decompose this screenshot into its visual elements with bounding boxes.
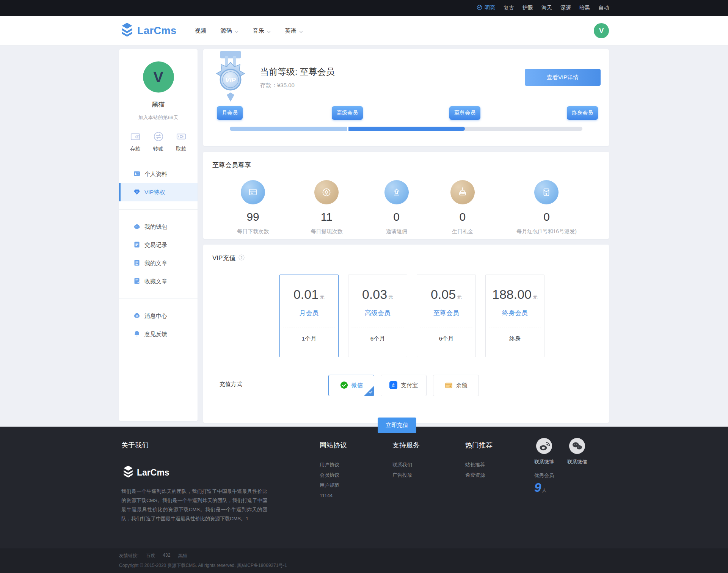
vip-benefits-card: 至尊会员尊享 99 每日下载次数 11 每日提现次数 (203, 152, 609, 239)
site-header: LarCms 视频 源码 音乐 英语 V (0, 16, 728, 46)
chevron-down-icon (299, 28, 303, 34)
nav-item-source[interactable]: 源码 (221, 27, 238, 35)
balance-wallet-icon (445, 381, 453, 390)
svg-text:支: 支 (391, 383, 396, 388)
pay-method-alipay[interactable]: 支 支付宝 (381, 375, 427, 396)
plan-lifetime[interactable]: 188.00元 终身会员 终身 (485, 275, 544, 357)
excellent-member-count: 9 (534, 480, 541, 495)
withdraw-button[interactable]: 取款 (176, 131, 187, 152)
svg-text:VIP: VIP (225, 77, 236, 84)
plan-list: 0.01元 月会员 1个月 0.03元 高级会员 6个月 0.05元 至尊会员 (279, 275, 609, 357)
chevron-down-icon (235, 28, 238, 34)
sidebar-item-feedback[interactable]: 意见反馈 (119, 325, 198, 343)
theme-label: 明亮 (485, 5, 495, 11)
footer-link-webmaster-picks[interactable]: 站长推荐 (465, 460, 493, 470)
nav-item-music[interactable]: 音乐 (253, 27, 271, 35)
username: 黑猫 (119, 100, 198, 109)
nav-item-video[interactable]: 视频 (195, 27, 206, 35)
bookmark-doc-icon (133, 278, 140, 286)
invite-upload-icon (384, 180, 409, 204)
excellent-member-label: 优秀会员 (534, 472, 587, 479)
theme-option-bright[interactable]: 明亮 (477, 5, 495, 11)
sidebar-item-transactions[interactable]: 交易记录 (119, 236, 198, 254)
recharge-title: VIP充值 (212, 254, 235, 262)
red-envelope-icon (534, 180, 559, 204)
footer-weibo-contact[interactable]: 联系微博 (534, 438, 554, 465)
footer-bottom-bar: 友情链接: 百度 432 黑猫 Copyright © 2015-2020 资源… (0, 548, 728, 573)
copyright-text: Copyright © 2015-2020 资源下载CMS. All right… (119, 562, 609, 569)
stat-birthday-gift: 0 生日礼金 (450, 180, 475, 235)
birthday-cake-icon (450, 180, 475, 204)
withdraw-diamond-icon (314, 180, 339, 204)
brand-logo[interactable]: LarCms (119, 22, 177, 39)
wallet-icon (130, 131, 141, 142)
vip-medal-icon: VIP (212, 51, 249, 105)
theme-option-sea[interactable]: 海天 (541, 5, 552, 11)
footer-link-free-resources[interactable]: 免费资源 (465, 470, 493, 480)
plan-month[interactable]: 0.01元 月会员 1个月 (279, 275, 339, 357)
pay-method-label: 充值方式 (220, 375, 242, 388)
footer-link-contact-us[interactable]: 联系我们 (392, 460, 420, 470)
sidebar-item-vip[interactable]: VIP特权 (119, 183, 198, 201)
sidebar-item-messages[interactable]: 消息中心 (119, 307, 198, 325)
level-chip-premium: 高级会员 (332, 106, 363, 120)
pay-method-balance[interactable]: 余额 (433, 375, 479, 396)
nav-item-english[interactable]: 英语 (285, 27, 303, 35)
deposit-button[interactable]: 存款 (130, 131, 141, 152)
divider (119, 209, 198, 210)
wechat-pay-icon (340, 381, 348, 390)
check-circle-icon (477, 5, 482, 11)
bell-icon (133, 330, 140, 338)
footer-brand-logo[interactable]: LarCms (121, 465, 267, 480)
sidebar-item-articles[interactable]: 我的文章 (119, 254, 198, 272)
level-progress-bar (230, 127, 582, 131)
level-chips: 月会员 高级会员 至尊会员 终身会员 (230, 106, 582, 121)
transfer-button[interactable]: 转账 (153, 131, 164, 152)
joined-days: 加入本站的第69天 (119, 114, 198, 121)
divider (119, 161, 198, 161)
friend-link-heimao[interactable]: 黑猫 (178, 553, 187, 559)
friend-link-baidu[interactable]: 百度 (146, 553, 155, 559)
theme-option-retro[interactable]: 复古 (504, 5, 514, 11)
user-sidebar: V 黑猫 加入本站的第69天 存款 转账 (119, 49, 198, 421)
stat-daily-downloads: 99 每日下载次数 (237, 180, 269, 235)
footer-link-advertise[interactable]: 广告投放 (392, 470, 420, 480)
footer-link-user-rules[interactable]: 用户规范 (320, 480, 347, 490)
level-chip-month: 月会员 (217, 106, 243, 120)
stat-invite-commission: 0 邀请返佣 (384, 180, 409, 235)
footer-wechat-contact[interactable]: 联系微信 (567, 438, 587, 465)
download-card-icon (241, 180, 265, 204)
sidebar-item-profile[interactable]: 个人资料 (119, 165, 198, 183)
footer-link-member-agreement[interactable]: 会员协议 (320, 470, 347, 480)
view-vip-detail-button[interactable]: 查看VIP详情 (525, 69, 601, 86)
help-icon[interactable]: ? (238, 254, 245, 262)
friend-link-432[interactable]: 432 (163, 553, 170, 559)
id-card-icon (133, 170, 140, 178)
theme-option-dark[interactable]: 暗黑 (579, 5, 590, 11)
theme-option-eyecare[interactable]: 护眼 (522, 5, 533, 11)
plan-supreme[interactable]: 0.05元 至尊会员 6个月 (417, 275, 476, 357)
ledger-icon (133, 241, 140, 249)
theme-option-auto[interactable]: 自动 (598, 5, 609, 11)
footer-about-text: 我们是一个牛逼到炸天的团队，我们打造了中国最牛逼最具性价比的资源下载CMS。我们… (121, 487, 267, 523)
vip-status-card: VIP 当前等级: 至尊会员 存款：¥35.00 查看VIP详情 月会员 高级会… (203, 49, 609, 146)
sidebar-avatar[interactable]: V (143, 61, 174, 93)
friend-links-label: 友情链接: (119, 553, 138, 559)
stat-daily-withdrawals: 11 每日提现次数 (311, 180, 342, 235)
pay-method-wechat[interactable]: 微信 (328, 375, 374, 396)
footer-link-user-agreement[interactable]: 用户协议 (320, 460, 347, 470)
theme-option-deep[interactable]: 深邃 (560, 5, 571, 11)
alipay-icon: 支 (389, 381, 397, 390)
pay-method-list: 微信 支 支付宝 (328, 375, 479, 396)
footer-col-support-title: 支持服务 (392, 441, 420, 450)
money-bag-icon (133, 312, 140, 320)
plan-premium[interactable]: 0.03元 高级会员 6个月 (348, 275, 407, 357)
main-nav: 视频 源码 音乐 英语 (195, 27, 303, 35)
sidebar-item-wallet[interactable]: 我的钱包 (119, 218, 198, 236)
footer-col-hot-title: 热门推荐 (465, 441, 493, 450)
level-progress-tick (347, 127, 348, 131)
sidebar-item-favorites[interactable]: 收藏文章 (119, 272, 198, 290)
user-avatar[interactable]: V (594, 23, 609, 38)
footer-link-11144[interactable]: 11144 (320, 490, 347, 501)
transfer-icon (153, 131, 164, 142)
